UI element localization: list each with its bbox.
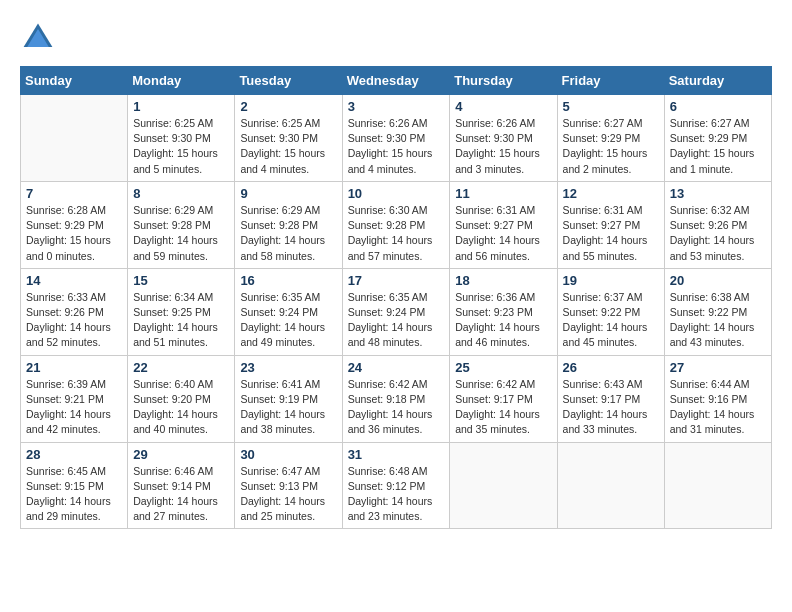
day-info: Sunrise: 6:27 AM Sunset: 9:29 PM Dayligh… — [563, 116, 659, 177]
day-info: Sunrise: 6:42 AM Sunset: 9:18 PM Dayligh… — [348, 377, 445, 438]
day-number: 3 — [348, 99, 445, 114]
page-header — [20, 20, 772, 56]
calendar-cell: 16Sunrise: 6:35 AM Sunset: 9:24 PM Dayli… — [235, 268, 342, 355]
calendar-cell: 18Sunrise: 6:36 AM Sunset: 9:23 PM Dayli… — [450, 268, 557, 355]
calendar-cell: 5Sunrise: 6:27 AM Sunset: 9:29 PM Daylig… — [557, 95, 664, 182]
day-number: 19 — [563, 273, 659, 288]
weekday-header-wednesday: Wednesday — [342, 67, 450, 95]
calendar-cell — [557, 442, 664, 529]
day-info: Sunrise: 6:35 AM Sunset: 9:24 PM Dayligh… — [348, 290, 445, 351]
day-number: 12 — [563, 186, 659, 201]
logo-icon — [20, 20, 56, 56]
day-info: Sunrise: 6:25 AM Sunset: 9:30 PM Dayligh… — [240, 116, 336, 177]
day-number: 18 — [455, 273, 551, 288]
day-info: Sunrise: 6:27 AM Sunset: 9:29 PM Dayligh… — [670, 116, 766, 177]
day-info: Sunrise: 6:46 AM Sunset: 9:14 PM Dayligh… — [133, 464, 229, 525]
day-number: 2 — [240, 99, 336, 114]
logo — [20, 20, 62, 56]
calendar-cell: 22Sunrise: 6:40 AM Sunset: 9:20 PM Dayli… — [128, 355, 235, 442]
weekday-header-saturday: Saturday — [664, 67, 771, 95]
day-info: Sunrise: 6:25 AM Sunset: 9:30 PM Dayligh… — [133, 116, 229, 177]
weekday-header-tuesday: Tuesday — [235, 67, 342, 95]
day-number: 23 — [240, 360, 336, 375]
day-number: 1 — [133, 99, 229, 114]
calendar-cell: 7Sunrise: 6:28 AM Sunset: 9:29 PM Daylig… — [21, 181, 128, 268]
day-info: Sunrise: 6:32 AM Sunset: 9:26 PM Dayligh… — [670, 203, 766, 264]
day-info: Sunrise: 6:44 AM Sunset: 9:16 PM Dayligh… — [670, 377, 766, 438]
day-number: 24 — [348, 360, 445, 375]
calendar-week-1: 1Sunrise: 6:25 AM Sunset: 9:30 PM Daylig… — [21, 95, 772, 182]
day-number: 11 — [455, 186, 551, 201]
calendar-cell: 6Sunrise: 6:27 AM Sunset: 9:29 PM Daylig… — [664, 95, 771, 182]
weekday-header-friday: Friday — [557, 67, 664, 95]
day-info: Sunrise: 6:48 AM Sunset: 9:12 PM Dayligh… — [348, 464, 445, 525]
weekday-header-row: SundayMondayTuesdayWednesdayThursdayFrid… — [21, 67, 772, 95]
day-number: 5 — [563, 99, 659, 114]
day-info: Sunrise: 6:37 AM Sunset: 9:22 PM Dayligh… — [563, 290, 659, 351]
day-number: 25 — [455, 360, 551, 375]
day-info: Sunrise: 6:33 AM Sunset: 9:26 PM Dayligh… — [26, 290, 122, 351]
calendar-cell: 25Sunrise: 6:42 AM Sunset: 9:17 PM Dayli… — [450, 355, 557, 442]
day-number: 27 — [670, 360, 766, 375]
calendar-week-2: 7Sunrise: 6:28 AM Sunset: 9:29 PM Daylig… — [21, 181, 772, 268]
calendar-cell — [21, 95, 128, 182]
calendar-cell: 2Sunrise: 6:25 AM Sunset: 9:30 PM Daylig… — [235, 95, 342, 182]
day-number: 7 — [26, 186, 122, 201]
day-number: 6 — [670, 99, 766, 114]
day-number: 13 — [670, 186, 766, 201]
calendar-cell: 21Sunrise: 6:39 AM Sunset: 9:21 PM Dayli… — [21, 355, 128, 442]
day-number: 16 — [240, 273, 336, 288]
calendar-cell: 14Sunrise: 6:33 AM Sunset: 9:26 PM Dayli… — [21, 268, 128, 355]
calendar-cell: 20Sunrise: 6:38 AM Sunset: 9:22 PM Dayli… — [664, 268, 771, 355]
weekday-header-monday: Monday — [128, 67, 235, 95]
day-info: Sunrise: 6:26 AM Sunset: 9:30 PM Dayligh… — [348, 116, 445, 177]
day-number: 31 — [348, 447, 445, 462]
day-info: Sunrise: 6:29 AM Sunset: 9:28 PM Dayligh… — [240, 203, 336, 264]
day-number: 4 — [455, 99, 551, 114]
weekday-header-thursday: Thursday — [450, 67, 557, 95]
calendar-cell: 15Sunrise: 6:34 AM Sunset: 9:25 PM Dayli… — [128, 268, 235, 355]
calendar-cell: 4Sunrise: 6:26 AM Sunset: 9:30 PM Daylig… — [450, 95, 557, 182]
day-number: 29 — [133, 447, 229, 462]
day-info: Sunrise: 6:29 AM Sunset: 9:28 PM Dayligh… — [133, 203, 229, 264]
calendar-cell: 19Sunrise: 6:37 AM Sunset: 9:22 PM Dayli… — [557, 268, 664, 355]
calendar-cell: 24Sunrise: 6:42 AM Sunset: 9:18 PM Dayli… — [342, 355, 450, 442]
day-info: Sunrise: 6:35 AM Sunset: 9:24 PM Dayligh… — [240, 290, 336, 351]
day-number: 30 — [240, 447, 336, 462]
calendar-cell: 30Sunrise: 6:47 AM Sunset: 9:13 PM Dayli… — [235, 442, 342, 529]
calendar-cell: 23Sunrise: 6:41 AM Sunset: 9:19 PM Dayli… — [235, 355, 342, 442]
calendar-cell: 11Sunrise: 6:31 AM Sunset: 9:27 PM Dayli… — [450, 181, 557, 268]
day-info: Sunrise: 6:31 AM Sunset: 9:27 PM Dayligh… — [563, 203, 659, 264]
day-number: 15 — [133, 273, 229, 288]
day-number: 22 — [133, 360, 229, 375]
calendar-cell: 17Sunrise: 6:35 AM Sunset: 9:24 PM Dayli… — [342, 268, 450, 355]
calendar-cell: 8Sunrise: 6:29 AM Sunset: 9:28 PM Daylig… — [128, 181, 235, 268]
day-number: 26 — [563, 360, 659, 375]
day-number: 20 — [670, 273, 766, 288]
day-number: 14 — [26, 273, 122, 288]
day-info: Sunrise: 6:45 AM Sunset: 9:15 PM Dayligh… — [26, 464, 122, 525]
day-info: Sunrise: 6:38 AM Sunset: 9:22 PM Dayligh… — [670, 290, 766, 351]
calendar-cell: 29Sunrise: 6:46 AM Sunset: 9:14 PM Dayli… — [128, 442, 235, 529]
day-info: Sunrise: 6:36 AM Sunset: 9:23 PM Dayligh… — [455, 290, 551, 351]
day-info: Sunrise: 6:31 AM Sunset: 9:27 PM Dayligh… — [455, 203, 551, 264]
day-info: Sunrise: 6:30 AM Sunset: 9:28 PM Dayligh… — [348, 203, 445, 264]
calendar-cell — [450, 442, 557, 529]
calendar-cell: 28Sunrise: 6:45 AM Sunset: 9:15 PM Dayli… — [21, 442, 128, 529]
day-info: Sunrise: 6:43 AM Sunset: 9:17 PM Dayligh… — [563, 377, 659, 438]
day-info: Sunrise: 6:28 AM Sunset: 9:29 PM Dayligh… — [26, 203, 122, 264]
calendar-cell: 1Sunrise: 6:25 AM Sunset: 9:30 PM Daylig… — [128, 95, 235, 182]
calendar-week-4: 21Sunrise: 6:39 AM Sunset: 9:21 PM Dayli… — [21, 355, 772, 442]
calendar-cell: 3Sunrise: 6:26 AM Sunset: 9:30 PM Daylig… — [342, 95, 450, 182]
day-number: 10 — [348, 186, 445, 201]
day-info: Sunrise: 6:41 AM Sunset: 9:19 PM Dayligh… — [240, 377, 336, 438]
day-info: Sunrise: 6:39 AM Sunset: 9:21 PM Dayligh… — [26, 377, 122, 438]
day-info: Sunrise: 6:42 AM Sunset: 9:17 PM Dayligh… — [455, 377, 551, 438]
calendar-cell: 31Sunrise: 6:48 AM Sunset: 9:12 PM Dayli… — [342, 442, 450, 529]
calendar-week-3: 14Sunrise: 6:33 AM Sunset: 9:26 PM Dayli… — [21, 268, 772, 355]
day-number: 9 — [240, 186, 336, 201]
calendar-cell: 12Sunrise: 6:31 AM Sunset: 9:27 PM Dayli… — [557, 181, 664, 268]
calendar-cell — [664, 442, 771, 529]
day-number: 8 — [133, 186, 229, 201]
weekday-header-sunday: Sunday — [21, 67, 128, 95]
